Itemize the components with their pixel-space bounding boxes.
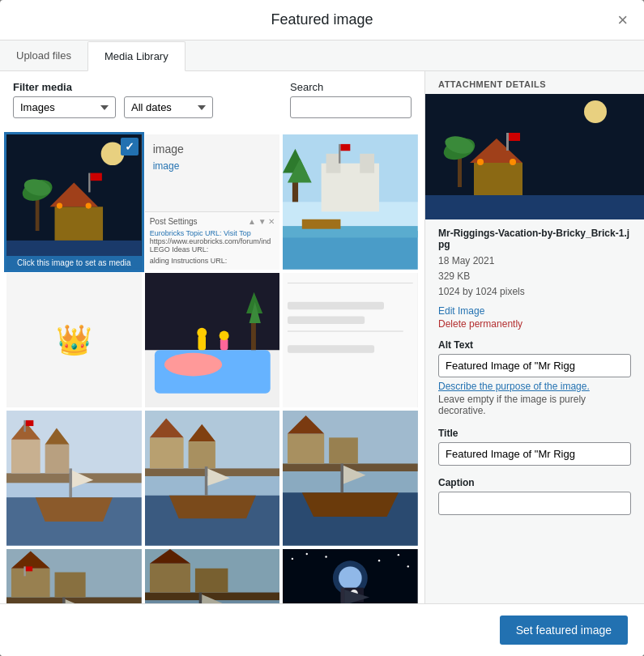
media-item[interactable]	[6, 411, 142, 546]
svg-rect-88	[26, 566, 32, 571]
attachment-details-panel: ATTACHMENT DETAILS	[425, 71, 644, 603]
media-item[interactable]: 👑	[6, 273, 142, 408]
svg-rect-126	[425, 195, 644, 219]
svg-rect-97	[198, 593, 202, 603]
svg-point-112	[306, 553, 308, 555]
media-grid-container[interactable]: ✓ Click this image to set as media image…	[0, 128, 424, 603]
filter-group-date: All dates May 2021 April 2021	[124, 83, 213, 118]
attachment-details-header: ATTACHMENT DETAILS	[425, 71, 644, 94]
media-grid: ✓ Click this image to set as media image…	[6, 134, 418, 603]
svg-rect-51	[26, 420, 34, 426]
attachment-actions: Edit Image Delete permanently	[438, 305, 631, 330]
svg-rect-124	[506, 133, 509, 151]
search-label: Search	[290, 81, 412, 93]
svg-point-114	[378, 560, 380, 561]
caption-label: Caption	[438, 477, 631, 488]
attachment-date: 18 May 2021	[438, 253, 631, 269]
featured-image-modal: Featured image × Upload files Media Libr…	[0, 0, 644, 656]
svg-point-115	[398, 554, 399, 556]
attachment-preview-svg	[425, 94, 644, 219]
attachment-meta: 18 May 2021 329 KB 1024 by 1024 pixels	[438, 253, 631, 300]
svg-rect-50	[23, 420, 25, 432]
alt-text-field-group: Alt Text Describe the purpose of the ima…	[438, 339, 631, 416]
media-item-crown: 👑	[6, 273, 142, 408]
media-item[interactable]	[145, 549, 280, 603]
media-thumbnail-svg	[145, 411, 280, 546]
svg-rect-92	[150, 564, 190, 593]
alt-text-input[interactable]	[438, 354, 631, 377]
modal-title: Featured image	[271, 11, 373, 28]
svg-rect-29	[198, 335, 206, 350]
tabs-bar: Upload files Media Library	[0, 40, 644, 71]
modal-footer: Set featured image	[0, 603, 644, 656]
media-thumbnail-svg	[6, 549, 142, 603]
caption-field-group: Caption	[438, 477, 631, 515]
svg-rect-42	[288, 345, 374, 353]
svg-rect-5	[55, 207, 104, 241]
svg-rect-24	[302, 219, 341, 229]
svg-point-116	[407, 565, 409, 567]
svg-point-10	[57, 203, 62, 209]
tab-upload[interactable]: Upload files	[0, 41, 87, 71]
edit-image-link[interactable]: Edit Image	[438, 305, 631, 317]
media-item[interactable]	[283, 549, 418, 603]
title-field-group: Title	[438, 428, 631, 466]
media-thumbnail-svg	[6, 411, 142, 546]
title-label: Title	[438, 428, 631, 439]
media-item[interactable]	[145, 273, 280, 408]
svg-rect-21	[341, 144, 351, 151]
svg-rect-61	[188, 441, 215, 468]
media-thumbnail-svg	[145, 273, 280, 408]
delete-permanently-link[interactable]: Delete permanently	[438, 318, 631, 330]
svg-rect-48	[45, 445, 70, 474]
media-item-text-overlay: image image	[145, 134, 280, 180]
media-item[interactable]	[283, 411, 418, 546]
title-input[interactable]	[438, 442, 631, 466]
svg-point-127	[477, 159, 484, 165]
svg-rect-122	[474, 163, 522, 195]
media-item[interactable]	[283, 273, 418, 408]
attachment-size: 329 KB	[438, 269, 631, 284]
modal-overlay: Featured image × Upload files Media Libr…	[0, 0, 644, 656]
svg-point-30	[197, 328, 207, 338]
svg-marker-74	[302, 493, 399, 518]
media-area: Filter media Images All media items Audi…	[0, 71, 425, 603]
media-item[interactable]	[145, 411, 280, 546]
search-input[interactable]	[290, 96, 412, 118]
media-item[interactable]	[283, 134, 418, 270]
svg-rect-18	[326, 154, 341, 173]
svg-point-32	[219, 330, 228, 340]
filter-date-select[interactable]: All dates May 2021 April 2021	[124, 96, 213, 118]
media-item[interactable]	[6, 549, 142, 603]
media-item[interactable]: image image Post Settings ▲ ▼ ✕ Eurobric…	[145, 134, 280, 270]
svg-point-101	[339, 566, 362, 590]
svg-rect-72	[329, 438, 358, 464]
media-thumbnail-svg	[283, 549, 418, 603]
attachment-dimensions: 1024 by 1024 pixels	[438, 284, 631, 300]
caption-input[interactable]	[438, 492, 631, 515]
tab-media-library[interactable]: Media Library	[87, 41, 186, 71]
svg-rect-59	[150, 438, 184, 469]
svg-rect-87	[23, 566, 25, 576]
filter-type-select[interactable]: Images All media items Audio Video	[13, 96, 116, 118]
svg-rect-104	[341, 588, 345, 603]
svg-rect-75	[341, 464, 344, 493]
svg-rect-46	[11, 440, 41, 474]
modal-close-button[interactable]: ×	[614, 8, 631, 32]
svg-point-11	[86, 203, 92, 209]
attachment-preview	[425, 94, 644, 219]
svg-rect-125	[509, 133, 520, 141]
describe-image-link[interactable]: Describe the purpose of the image.	[438, 381, 631, 392]
media-item[interactable]: ✓ Click this image to set as media	[6, 134, 142, 270]
modal-header: Featured image ×	[0, 0, 644, 40]
svg-marker-64	[168, 496, 255, 519]
set-featured-image-button[interactable]: Set featured image	[500, 616, 628, 645]
svg-point-28	[164, 352, 221, 376]
svg-rect-65	[204, 466, 207, 496]
selected-check: ✓	[121, 138, 139, 155]
media-thumbnail-svg	[145, 549, 280, 603]
svg-rect-54	[69, 469, 72, 498]
filter-group-type: Filter media Images All media items Audi…	[13, 81, 116, 118]
attachment-fields: Alt Text Describe the purpose of the ima…	[425, 339, 644, 603]
svg-rect-82	[55, 573, 86, 598]
